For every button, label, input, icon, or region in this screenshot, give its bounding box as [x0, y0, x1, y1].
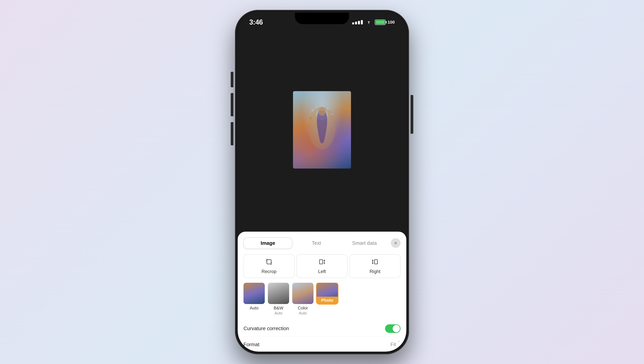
- tab-text[interactable]: Text: [292, 238, 340, 248]
- tab-image[interactable]: Image: [244, 237, 292, 249]
- phone-device: 3:46: [235, 10, 409, 354]
- filter-auto-thumb: [244, 283, 265, 304]
- recrop-tool[interactable]: Recrop: [244, 254, 294, 278]
- status-indicators: 100: [352, 19, 395, 25]
- battery-icon: [375, 20, 386, 25]
- filter-bw-thumb: [268, 283, 289, 304]
- phone-screen: 3:46: [238, 13, 406, 351]
- filter-color-sublabel: Auto: [299, 311, 307, 315]
- svg-rect-16: [374, 260, 378, 264]
- filter-photo-thumb: Photo: [316, 283, 338, 304]
- filter-row: Auto B&W Auto Color Auto: [244, 283, 400, 315]
- toggle-knob: [392, 325, 400, 332]
- left-label: Left: [318, 269, 326, 274]
- filter-bw-label: B&W: [274, 305, 283, 311]
- wifi-icon: [366, 19, 372, 25]
- svg-point-3: [312, 110, 313, 111]
- chevron-updown-icon: ⌃⌄: [397, 340, 400, 349]
- svg-rect-15: [320, 260, 322, 264]
- filter-bw[interactable]: B&W Auto: [268, 283, 289, 315]
- filter-color-thumb: [292, 283, 314, 304]
- svg-point-9: [318, 107, 326, 116]
- curvature-correction-label: Curvature correction: [244, 325, 289, 331]
- recrop-label: Recrop: [262, 269, 276, 274]
- svg-point-6: [331, 114, 332, 115]
- left-tool[interactable]: Left: [296, 254, 348, 278]
- svg-rect-14: [267, 260, 271, 264]
- svg-point-5: [327, 108, 329, 110]
- side-button-power[interactable]: [410, 95, 413, 134]
- filter-photo[interactable]: Photo: [316, 283, 338, 315]
- status-time: 3:46: [249, 18, 263, 26]
- filter-color-label: Color: [298, 305, 308, 311]
- signal-icon: [352, 20, 363, 24]
- close-button[interactable]: [391, 238, 400, 248]
- curvature-correction-toggle[interactable]: [385, 324, 400, 333]
- side-button-volume-up[interactable]: [231, 93, 234, 116]
- tab-smart-data[interactable]: Smart data: [340, 238, 388, 248]
- bottom-panel: Image Text Smart data: [238, 232, 406, 351]
- battery-indicator: 100: [375, 20, 395, 25]
- battery-level: 100: [388, 20, 395, 25]
- svg-point-8: [333, 121, 334, 123]
- filter-auto-label: Auto: [250, 305, 258, 311]
- close-icon: [394, 241, 398, 245]
- recrop-icon: [265, 258, 273, 267]
- main-image: [293, 91, 351, 169]
- svg-point-11: [334, 129, 335, 131]
- right-label: Right: [370, 269, 380, 274]
- filter-photo-badge: Photo: [316, 297, 338, 304]
- image-figure: [306, 103, 338, 153]
- side-button-volume-down[interactable]: [231, 122, 234, 145]
- filter-bw-sublabel: Auto: [274, 311, 282, 315]
- svg-point-7: [309, 117, 312, 119]
- image-preview-area: [238, 13, 406, 232]
- right-tool[interactable]: Right: [350, 254, 400, 278]
- format-row: Format Fit ⌃⌄: [244, 336, 400, 351]
- screen-content: 3:46: [238, 13, 406, 351]
- notch: [295, 13, 349, 24]
- tabs-row: Image Text Smart data: [244, 237, 400, 249]
- format-value-control[interactable]: Fit ⌃⌄: [390, 340, 400, 349]
- side-button-silent[interactable]: [231, 72, 234, 87]
- format-value-text: Fit: [390, 341, 396, 347]
- svg-point-13: [332, 137, 333, 138]
- curvature-correction-row: Curvature correction: [244, 321, 400, 336]
- svg-point-0: [368, 23, 369, 24]
- svg-point-10: [309, 125, 310, 127]
- right-icon: [371, 258, 379, 267]
- crop-tools-row: Recrop Left: [244, 254, 400, 278]
- svg-point-4: [316, 106, 317, 107]
- svg-point-12: [310, 133, 312, 135]
- left-icon: [318, 258, 326, 267]
- filter-color[interactable]: Color Auto: [292, 283, 314, 315]
- format-label: Format: [244, 341, 259, 347]
- filter-auto[interactable]: Auto: [244, 283, 265, 315]
